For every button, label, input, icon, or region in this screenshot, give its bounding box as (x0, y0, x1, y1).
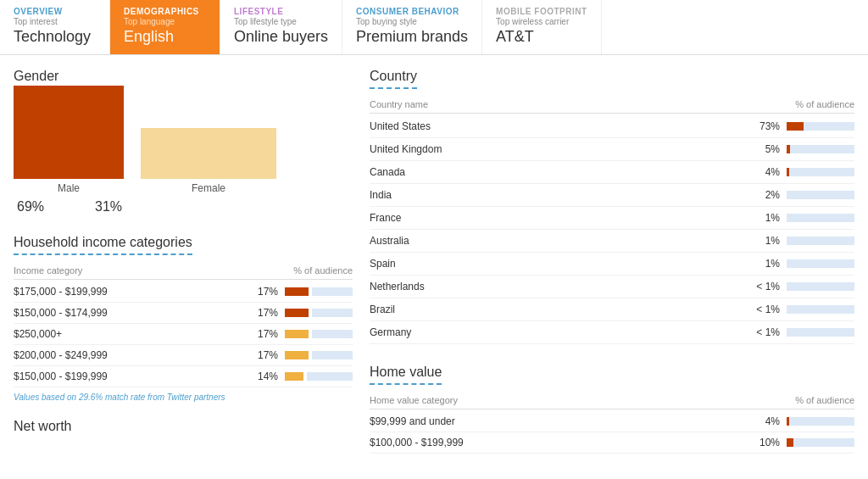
income-row-label: $150,000 - $174,999 (14, 307, 241, 319)
country-bar-bg (787, 282, 854, 291)
tab-lifestyle-label: LIFESTYLE (234, 7, 328, 16)
home-value-row: $99,999 and under 4% (370, 411, 854, 432)
tab-mobile-label: MOBILE FOOTPRINT (496, 7, 587, 16)
country-bar-wrap (787, 145, 854, 153)
income-bar-wrap (285, 330, 353, 338)
income-bar-fill (285, 372, 303, 381)
country-col1: Country name (370, 99, 428, 109)
country-bar-bg (789, 168, 854, 176)
home-col2: % of audience (795, 395, 854, 405)
income-row-label: $150,000 - $199,999 (14, 370, 241, 382)
male-label: Male (58, 182, 80, 194)
income-bar-bg (307, 372, 353, 381)
tab-overview-label: OVERVIEW (14, 7, 96, 16)
country-row: Brazil < 1% (370, 298, 854, 321)
country-bar-bg (790, 145, 854, 153)
income-row-pct: 17% (248, 307, 278, 319)
main-content: Gender Male Female 69% 31% Household inc… (0, 55, 868, 467)
income-bar-bg (312, 309, 353, 317)
country-bar-wrap (787, 259, 854, 268)
country-row: Canada 4% (370, 161, 854, 184)
income-row-pct: 17% (248, 286, 278, 298)
country-row-pct: 4% (746, 166, 780, 178)
country-bar-bg (787, 237, 854, 245)
home-row-pct: 10% (746, 437, 780, 448)
home-row-pct: 4% (746, 415, 780, 427)
tab-lifestyle-subtitle: Top lifestyle type (234, 17, 328, 26)
income-bar-bg (312, 330, 353, 338)
country-row: Australia 1% (370, 230, 854, 253)
tab-consumer-value: Premium brands (356, 28, 468, 46)
tab-overview-value: Technology (14, 28, 96, 46)
tab-mobile[interactable]: MOBILE FOOTPRINT Top wireless carrier AT… (482, 0, 601, 54)
country-bar-wrap (787, 237, 854, 245)
country-row: Netherlands < 1% (370, 276, 854, 298)
country-row-name: Spain (370, 258, 739, 270)
country-row-name: Germany (370, 326, 739, 338)
right-panel: Country Country name % of audience Unite… (370, 69, 854, 454)
income-row: $200,000 - $249,999 17% (14, 345, 353, 366)
gender-title: Gender (14, 69, 353, 84)
country-row-name: Canada (370, 166, 739, 178)
country-bar-wrap (787, 214, 854, 222)
income-bar-wrap (285, 287, 353, 296)
income-bar-fill (285, 309, 309, 317)
country-row: India 2% (370, 184, 854, 207)
home-bar-fill (787, 438, 793, 447)
income-bar-bg (312, 287, 353, 296)
country-bar-bg (804, 122, 854, 131)
country-bar-wrap (787, 305, 854, 314)
tab-consumer-label: CONSUMER BEHAVIOR (356, 7, 468, 16)
country-row-name: France (370, 212, 739, 224)
income-rows: $175,000 - $199,999 17% $150,000 - $174,… (14, 281, 353, 387)
country-row-pct: 5% (746, 143, 780, 155)
country-row-name: United Kingdom (370, 143, 739, 155)
country-row: United States 73% (370, 115, 854, 138)
tab-overview[interactable]: OVERVIEW Top interest Technology (0, 0, 110, 54)
income-title: Household income categories (14, 235, 192, 255)
country-bar-bg (787, 305, 854, 314)
home-bar-bg (789, 417, 854, 426)
tab-demographics-value: English (124, 28, 206, 46)
income-bar-wrap (285, 372, 353, 381)
country-row-pct: 73% (746, 120, 780, 132)
income-table-header: Income category % of audience (14, 262, 353, 280)
income-bar-fill (285, 330, 309, 338)
home-bar-bg (793, 438, 854, 447)
home-col1: Home value category (370, 395, 458, 405)
country-title: Country (370, 69, 417, 89)
income-col2: % of audience (293, 265, 353, 276)
tab-overview-subtitle: Top interest (14, 17, 96, 26)
left-panel: Gender Male Female 69% 31% Household inc… (14, 69, 353, 454)
country-row: Germany < 1% (370, 321, 854, 344)
female-bar-wrap: Female (141, 128, 276, 194)
country-row-pct: < 1% (746, 304, 780, 315)
gender-section: Gender Male Female 69% 31% (14, 69, 353, 214)
income-row-pct: 17% (248, 349, 278, 361)
income-row: $150,000 - $174,999 17% (14, 303, 353, 324)
home-value-row: $100,000 - $199,999 10% (370, 432, 854, 454)
country-bar-wrap (787, 282, 854, 291)
country-row-name: India (370, 189, 739, 201)
country-table-header: Country name % of audience (370, 96, 854, 114)
income-row-pct: 14% (248, 370, 278, 382)
top-navigation: OVERVIEW Top interest Technology DEMOGRA… (0, 0, 868, 55)
country-row-pct: 2% (746, 189, 780, 201)
country-bar-wrap (787, 328, 854, 337)
tab-consumer[interactable]: CONSUMER BEHAVIOR Top buying style Premi… (342, 0, 482, 54)
country-bar-wrap (787, 191, 854, 199)
income-bar-fill (285, 351, 309, 359)
net-worth-title: Net worth (14, 419, 353, 434)
country-row-name: United States (370, 120, 739, 132)
country-row: France 1% (370, 207, 854, 230)
country-col2: % of audience (795, 99, 854, 109)
country-row: United Kingdom 5% (370, 138, 854, 161)
tab-demographics[interactable]: DEMOGRAPHICS Top language English (110, 0, 220, 54)
country-row-pct: 1% (746, 258, 780, 270)
tab-lifestyle[interactable]: LIFESTYLE Top lifestyle type Online buye… (220, 0, 342, 54)
country-section: Country Country name % of audience Unite… (370, 69, 854, 344)
tab-mobile-value: AT&T (496, 28, 587, 46)
income-section: Household income categories Income categ… (14, 235, 353, 402)
income-row: $175,000 - $199,999 17% (14, 281, 353, 303)
home-value-rows: $99,999 and under 4% $100,000 - $199,999… (370, 411, 854, 454)
